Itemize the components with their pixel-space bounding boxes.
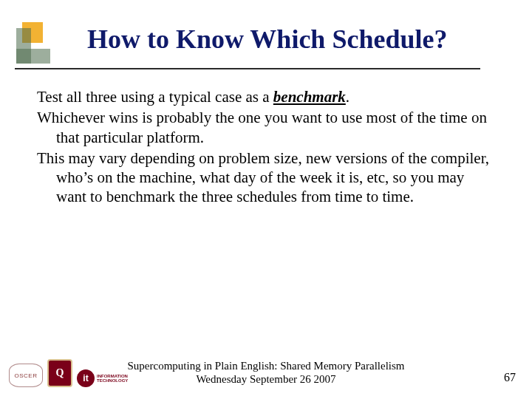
- body-text: Test all three using a typical case as a…: [37, 87, 495, 208]
- footer: OSCER Q it INFORMATION TECHNOLOGY Superc…: [0, 353, 532, 390]
- slide-title: How to Know Which Schedule?: [87, 24, 447, 55]
- paragraph-2: Whichever wins is probably the one you w…: [37, 108, 495, 147]
- slide: How to Know Which Schedule? Test all thr…: [0, 0, 532, 399]
- p1-pre: Test all three using a typical case as a: [37, 88, 273, 106]
- footer-center: Supercomputing in Plain English: Shared …: [0, 359, 532, 386]
- paragraph-3: This may vary depending on problem size,…: [37, 149, 495, 207]
- corner-green-horizontal: [16, 49, 50, 64]
- benchmark-word: benchmark: [273, 88, 346, 106]
- paragraph-1: Test all three using a typical case as a…: [37, 87, 495, 106]
- footer-line1: Supercomputing in Plain English: Shared …: [0, 359, 532, 372]
- corner-decoration: [9, 22, 53, 66]
- p1-post: .: [346, 88, 349, 106]
- footer-line2: Wednesday September 26 2007: [0, 372, 532, 386]
- page-number: 67: [504, 371, 516, 384]
- title-underline: [15, 68, 480, 69]
